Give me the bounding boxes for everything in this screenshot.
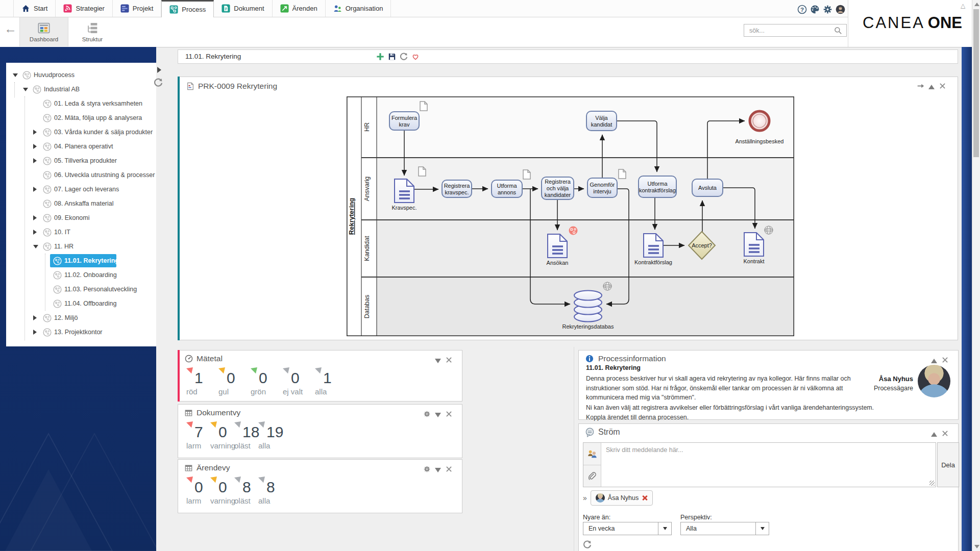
close-panel-icon[interactable]	[445, 356, 453, 364]
tree-item-11-02-onboarding[interactable]: 11.02. Onboarding	[6, 268, 156, 282]
document-kontrakt[interactable]: Kontrakt	[744, 233, 765, 264]
vertical-scrollbar[interactable]	[972, 0, 980, 551]
user-avatar[interactable]	[836, 5, 845, 14]
view-tab-struktur[interactable]: Struktur	[68, 17, 116, 46]
tree-item-07-lager-och-leverans[interactable]: 07. Lager och leverans	[6, 182, 156, 196]
tree-expander-icon[interactable]	[33, 245, 38, 248]
collapse-panel-icon[interactable]	[435, 468, 441, 472]
stat-grön[interactable]: 0grön	[251, 367, 267, 396]
mention-people-button[interactable]	[583, 443, 601, 465]
tree-item-08-anskaffa-material[interactable]: 08. Anskaffa material	[6, 196, 156, 211]
scroll-up-arrow[interactable]	[974, 3, 979, 6]
stat-alla[interactable]: 1alla	[315, 367, 332, 396]
stat-larm[interactable]: 7larm	[186, 421, 203, 450]
tree-expander-icon[interactable]	[33, 330, 37, 335]
tree-item-01-leda-styra-verksamheten[interactable]: 01. Leda & styra verksamheten	[6, 96, 156, 111]
stat-alla[interactable]: 8alla	[258, 477, 275, 505]
newer-than-select[interactable]: En vecka	[583, 522, 672, 535]
collapse-panel-icon[interactable]	[435, 359, 441, 363]
task-valja-kandidat[interactable]: Väljakandidat	[586, 111, 617, 131]
close-panel-icon[interactable]	[445, 410, 453, 418]
nav-tab-strategier[interactable]: Strategier	[56, 0, 112, 17]
add-icon[interactable]	[376, 53, 384, 61]
back-arrow-button[interactable]: ←	[4, 22, 17, 35]
stat-larm[interactable]: 0larm	[186, 477, 203, 505]
recipient-chip[interactable]: Åsa Nyhus	[591, 490, 653, 506]
collapse-panel-icon[interactable]	[928, 85, 935, 89]
nav-tab-start[interactable]: Start	[13, 0, 56, 17]
stat-gul[interactable]: 0gul	[218, 367, 235, 396]
stat-ej-valt[interactable]: 0ej valt	[283, 367, 303, 396]
attach-file-button[interactable]	[583, 465, 601, 488]
stat-varning[interactable]: 0varning	[210, 421, 235, 450]
select-caret-icon[interactable]	[658, 522, 671, 535]
tree-item-03-vårda-kunder-sälja-produkter[interactable]: 03. Vårda kunder & sälja produkter	[6, 125, 156, 139]
nav-tab-dokument[interactable]: Dokument	[214, 0, 272, 17]
stat-oläst[interactable]: 8oläst	[234, 477, 251, 505]
search-icon[interactable]	[834, 27, 842, 35]
tree-item-10-it[interactable]: 10. IT	[6, 225, 156, 239]
view-tab-dashboard[interactable]: Dashboard	[19, 17, 68, 46]
expand-recipients-icon[interactable]: »	[583, 494, 587, 502]
tree-item-11-04-offboarding[interactable]: 11.04. Offboarding	[6, 296, 156, 311]
tree-item-06-utveckla-utrustning-processer[interactable]: 06. Utveckla utrustning & processer	[6, 168, 156, 182]
nav-tab-process[interactable]: Process	[161, 0, 214, 17]
share-button[interactable]: Dela	[937, 442, 959, 487]
scroll-down-arrow[interactable]	[974, 545, 979, 548]
collapse-panel-icon[interactable]	[931, 359, 937, 363]
tree-expander-icon[interactable]	[13, 73, 18, 77]
tree-item-05-tillverka-produkter[interactable]: 05. Tillverka produkter	[6, 154, 156, 168]
collapse-window-icon[interactable]: △	[961, 2, 965, 9]
tree-expander-icon[interactable]	[33, 315, 37, 320]
search-input[interactable]	[748, 27, 834, 35]
tree-expander-icon[interactable]	[33, 130, 37, 135]
tree-item-02-mäta-följa-upp-analysera[interactable]: 02. Mäta, följa upp & analysera	[6, 111, 156, 125]
collapse-panel-icon[interactable]	[931, 432, 937, 437]
close-panel-icon[interactable]	[941, 430, 949, 437]
tree-expander-icon[interactable]	[33, 230, 37, 235]
sidebar-refresh-icon[interactable]	[154, 78, 163, 87]
nav-tab-projekt[interactable]: Projekt	[113, 0, 161, 17]
tree-item-11-hr[interactable]: 11. HR	[6, 239, 156, 254]
collapse-panel-icon[interactable]	[435, 413, 441, 417]
task-genomfor-intervju[interactable]: Genomförintervju	[587, 178, 617, 197]
stat-varning[interactable]: 0varning	[210, 477, 235, 505]
tree-item-industrial-ab[interactable]: Industrial AB	[6, 82, 156, 96]
remove-recipient-icon[interactable]	[642, 495, 648, 501]
stat-alla[interactable]: 19alla	[258, 421, 283, 450]
tree-expander-icon[interactable]	[33, 187, 37, 192]
close-panel-icon[interactable]	[941, 356, 949, 364]
save-icon[interactable]	[388, 53, 396, 61]
settings-gear-icon[interactable]	[823, 5, 832, 14]
bpmn-diagram[interactable]: RekryteringHRAnsvarigKandidatDatabasForm…	[347, 96, 794, 336]
theme-palette-icon[interactable]	[810, 5, 820, 14]
tree-item-12-miljö[interactable]: 12. Miljö	[6, 311, 156, 325]
tree-expander-icon[interactable]	[23, 88, 28, 91]
open-in-new-arrow-icon[interactable]	[917, 82, 924, 90]
nav-tab-ärenden[interactable]: Ärenden	[273, 0, 326, 17]
close-panel-icon[interactable]	[939, 82, 946, 90]
perspective-select[interactable]: Alla	[680, 522, 769, 535]
task-utforma-annons[interactable]: Utformaannons	[492, 180, 522, 197]
stream-refresh-icon[interactable]	[583, 540, 592, 549]
close-panel-icon[interactable]	[445, 465, 453, 473]
tree-item-huvudprocess[interactable]: Huvudprocess	[6, 68, 156, 82]
tree-expander-icon[interactable]	[33, 144, 37, 149]
settings-gear-icon[interactable]	[423, 410, 431, 418]
document-ansokan[interactable]: Ansökan	[547, 234, 569, 266]
tree-item-13-projektkontor[interactable]: 13. Projektkontor	[6, 325, 156, 339]
message-input[interactable]: Skriv ditt meddelande här...	[606, 446, 683, 454]
task-registrera-kravspec[interactable]: Registrerakravspec.	[442, 180, 472, 197]
favorite-heart-icon[interactable]	[411, 53, 420, 61]
nav-tab-organisation[interactable]: Organisation	[326, 0, 391, 17]
settings-gear-icon[interactable]	[423, 465, 431, 473]
task-registrera-och-valja-kandidater[interactable]: Registreraoch väljakandidater	[542, 177, 574, 199]
tree-expander-icon[interactable]	[33, 158, 37, 163]
select-caret-icon[interactable]	[755, 522, 769, 535]
help-icon[interactable]: ?	[797, 5, 807, 14]
tree-item-09-ekonomi[interactable]: 09. Ekonomi	[6, 211, 156, 225]
tree-expander-icon[interactable]	[33, 215, 37, 220]
resize-handle[interactable]	[929, 481, 935, 486]
tree-item-11-01-rekrytering[interactable]: 11.01. Rekrytering	[6, 254, 156, 268]
stat-oläst[interactable]: 18oläst	[234, 421, 259, 450]
